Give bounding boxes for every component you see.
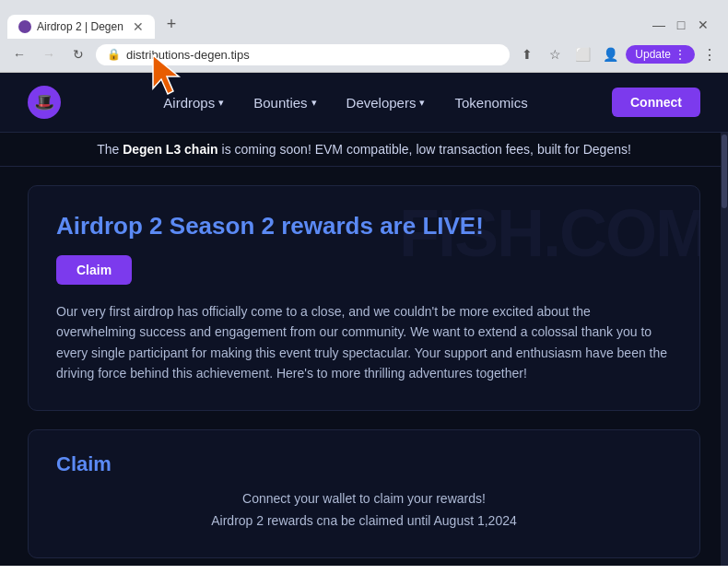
address-text: distributions-degen.tips	[126, 48, 250, 62]
site-logo[interactable]: 🎩	[28, 86, 61, 119]
tab-title: Airdrop 2 | Degen	[37, 20, 127, 33]
nav-tokenomics-label: Tokenomics	[454, 95, 527, 111]
nav-item-tokenomics[interactable]: Tokenomics	[443, 89, 538, 116]
tab-close-button[interactable]: ✕	[133, 20, 144, 33]
connect-wallet-text: Connect your wallet to claim your reward…	[56, 491, 672, 506]
window-minimize-button[interactable]: —	[649, 15, 669, 35]
announcement-banner: The Degen L3 chain is coming soon! EVM c…	[0, 133, 728, 167]
reload-button[interactable]: ↻	[66, 42, 90, 66]
claim-section: Claim Connect your wallet to claim your …	[28, 429, 700, 558]
hero-claim-button[interactable]: Claim	[56, 255, 132, 285]
extensions-icon[interactable]: ⬜	[570, 42, 594, 66]
banner-text-before: The	[97, 142, 123, 157]
browser-chrome: Airdrop 2 | Degen ✕ + — □ ✕ ← → ↻ 🔒 dist…	[0, 0, 728, 73]
hero-description: Our very first airdrop has officially co…	[56, 301, 672, 384]
back-button[interactable]: ←	[7, 42, 31, 66]
navbar: 🎩 Airdrops ▾ Bounties ▾ Developers ▾ Tok…	[0, 73, 728, 133]
profile-icon[interactable]: 👤	[598, 42, 622, 66]
forward-button[interactable]: →	[37, 42, 61, 66]
browser-tab[interactable]: Airdrop 2 | Degen ✕	[7, 15, 155, 39]
nav-developers-label: Developers	[346, 95, 417, 111]
nav-airdrops-label: Airdrops	[163, 95, 215, 111]
bookmark-icon[interactable]: ☆	[543, 42, 567, 66]
connect-button[interactable]: Connect	[612, 88, 700, 117]
new-tab-button[interactable]: +	[159, 11, 184, 37]
browser-menu-button[interactable]: ⋮	[699, 44, 721, 65]
window-close-button[interactable]: ✕	[693, 15, 713, 35]
address-bar-row: ← → ↻ 🔒 distributions-degen.tips ⬆ ☆ ⬜ 👤…	[0, 39, 728, 72]
claim-deadline-text: Airdrop 2 rewards cna be claimed until A…	[56, 513, 672, 528]
nav-item-airdrops[interactable]: Airdrops ▾	[152, 89, 235, 116]
banner-bold-text: Degen L3 chain	[123, 142, 217, 157]
chevron-down-icon: ▾	[419, 97, 425, 109]
scrollbar[interactable]	[721, 133, 728, 566]
nav-item-developers[interactable]: Developers ▾	[335, 89, 437, 116]
lock-icon: 🔒	[107, 48, 121, 61]
nav-item-bounties[interactable]: Bounties ▾	[242, 89, 327, 116]
hero-card: FISH.COM Airdrop 2 Season 2 rewards are …	[28, 185, 700, 411]
banner-text-after: is coming soon! EVM compatible, low tran…	[218, 142, 631, 157]
update-chevron: ⋮	[675, 48, 686, 61]
nav-links: Airdrops ▾ Bounties ▾ Developers ▾ Token…	[79, 89, 612, 116]
main-content: FISH.COM Airdrop 2 Season 2 rewards are …	[0, 167, 728, 566]
claim-section-title: Claim	[56, 452, 672, 476]
update-button[interactable]: Update ⋮	[626, 45, 695, 64]
update-label: Update	[635, 48, 671, 61]
share-icon[interactable]: ⬆	[515, 42, 539, 66]
tab-favicon	[18, 20, 31, 33]
website-content: 🎩 Airdrops ▾ Bounties ▾ Developers ▾ Tok…	[0, 73, 728, 566]
hero-title: Airdrop 2 Season 2 rewards are LIVE!	[56, 212, 672, 240]
toolbar-actions: ⬆ ☆ ⬜ 👤 Update ⋮ ⋮	[515, 42, 721, 66]
window-maximize-button[interactable]: □	[671, 15, 691, 35]
scrollbar-thumb[interactable]	[722, 135, 727, 208]
address-field[interactable]: 🔒 distributions-degen.tips	[96, 44, 510, 65]
nav-bounties-label: Bounties	[253, 95, 307, 111]
chevron-down-icon: ▾	[218, 97, 224, 109]
chevron-down-icon: ▾	[311, 97, 317, 109]
